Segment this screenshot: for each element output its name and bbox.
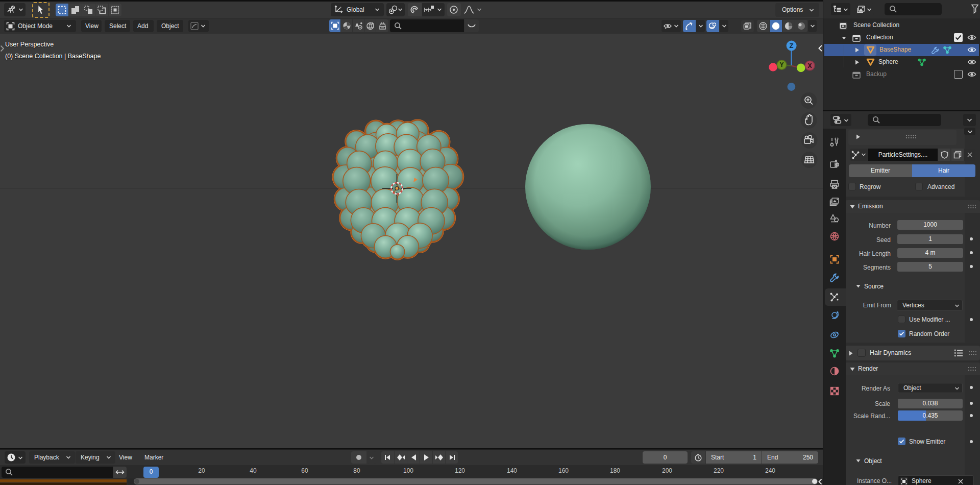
svg-text:Y: Y <box>779 61 783 68</box>
svg-text:Z: Z <box>790 42 794 50</box>
svg-text:X: X <box>808 62 812 69</box>
